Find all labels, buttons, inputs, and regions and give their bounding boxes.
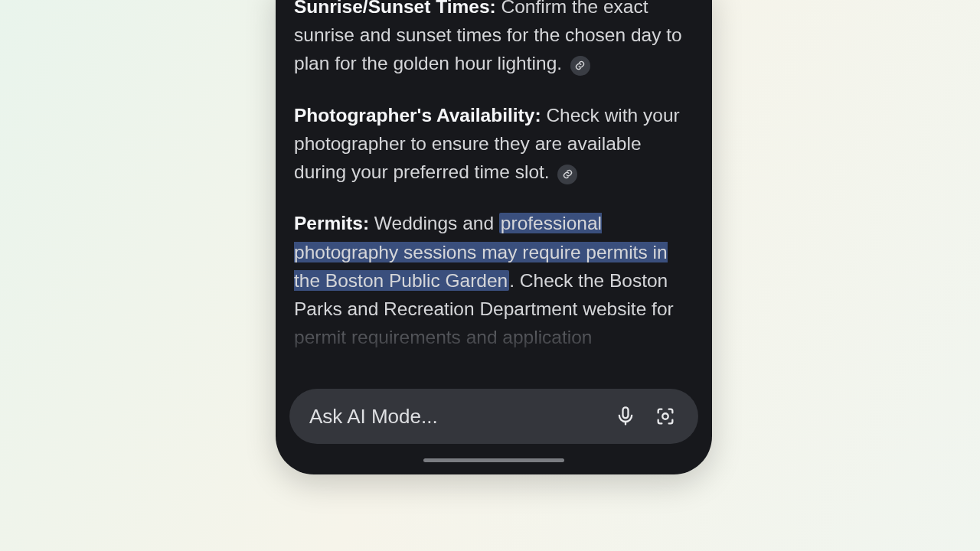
stage-background: Sunrise/Sunset Times: Confirm the exact … bbox=[0, 0, 980, 551]
item-label: Photographer's Availability: bbox=[294, 105, 541, 126]
link-icon[interactable] bbox=[557, 165, 577, 184]
phone-frame: Sunrise/Sunset Times: Confirm the exact … bbox=[276, 0, 712, 474]
svg-point-1 bbox=[662, 413, 668, 419]
lens-icon[interactable] bbox=[648, 399, 683, 434]
home-indicator[interactable] bbox=[423, 458, 564, 462]
answer-item-photographer: Photographer's Availability: Check with … bbox=[294, 101, 694, 187]
mic-icon[interactable] bbox=[608, 399, 643, 434]
item-label: Permits: bbox=[294, 213, 369, 233]
item-body-pre: Weddings and bbox=[369, 213, 499, 233]
answer-item-sunrise: Sunrise/Sunset Times: Confirm the exact … bbox=[294, 0, 694, 78]
ask-input-placeholder: Ask AI Mode... bbox=[309, 405, 603, 429]
svg-rect-0 bbox=[623, 407, 629, 418]
answer-item-permits: Permits: Weddings and professional photo… bbox=[294, 209, 694, 351]
ask-input-bar[interactable]: Ask AI Mode... bbox=[289, 389, 698, 444]
item-label: Sunrise/Sunset Times: bbox=[294, 0, 496, 17]
ai-answer-content: Sunrise/Sunset Times: Confirm the exact … bbox=[294, 0, 694, 360]
item-body-fading: permit requirements and application bbox=[294, 327, 593, 347]
link-icon[interactable] bbox=[570, 56, 590, 76]
